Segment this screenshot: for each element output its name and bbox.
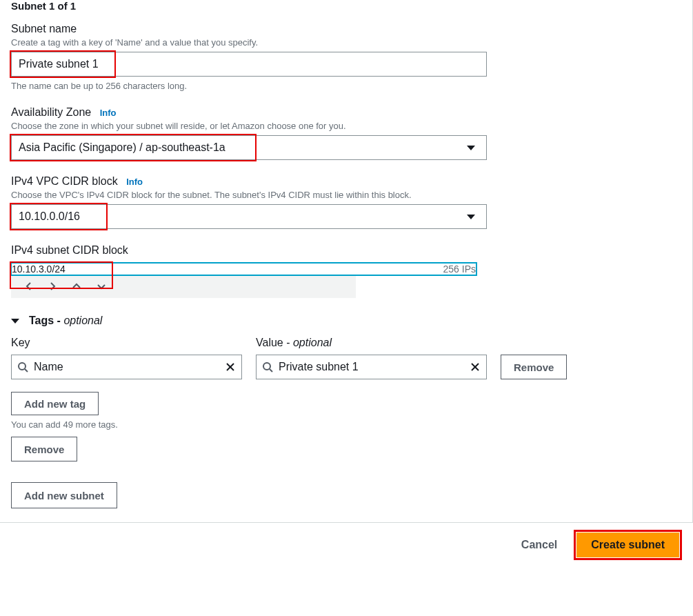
subnet-name-label: Subnet name: [11, 23, 679, 35]
tag-key-input[interactable]: [34, 361, 219, 373]
create-subnet-button[interactable]: Create subnet: [576, 533, 679, 557]
search-icon: [17, 361, 28, 372]
subnet-name-desc: Create a tag with a key of 'Name' and a …: [11, 37, 679, 48]
subnet-name-input[interactable]: [11, 52, 487, 77]
subnet-name-below: The name can be up to 256 characters lon…: [11, 81, 679, 91]
tags-title: Tags - optional: [29, 315, 102, 327]
cancel-button[interactable]: Cancel: [512, 535, 567, 555]
subnet-cidr-input[interactable]: 10.10.3.0/24 256 IPs: [11, 263, 476, 275]
cidr-stepper-row: [11, 275, 356, 298]
chevron-down-icon[interactable]: [97, 282, 106, 290]
chevron-up-icon[interactable]: [72, 282, 81, 290]
footer-bar: Cancel Create subnet: [0, 522, 693, 567]
subnet-cidr-label: IPv4 subnet CIDR block: [11, 244, 679, 257]
svg-point-4: [263, 363, 270, 370]
tag-value-input-wrap[interactable]: [256, 355, 487, 379]
svg-line-1: [25, 369, 28, 372]
tag-key-label: Key: [11, 337, 242, 349]
svg-line-5: [270, 369, 272, 372]
tag-key-input-wrap[interactable]: [11, 355, 242, 379]
tags-toggle[interactable]: Tags - optional: [11, 315, 679, 327]
search-icon: [262, 361, 273, 372]
chevron-down-icon: [467, 146, 475, 150]
tag-limit-text: You can add 49 more tags.: [11, 419, 679, 430]
subnet-cidr-ipcount: 256 IPs: [443, 264, 476, 275]
add-new-subnet-button[interactable]: Add new subnet: [11, 482, 117, 508]
chevron-down-icon: [467, 215, 475, 219]
az-info-link[interactable]: Info: [100, 108, 117, 118]
tag-value-input[interactable]: [279, 361, 464, 373]
az-desc: Choose the zone in which your subnet wil…: [11, 121, 679, 131]
vpc-cidr-label: IPv4 VPC CIDR block Info: [11, 175, 679, 188]
remove-tag-button[interactable]: Remove: [501, 355, 567, 379]
az-select-value: Asia Pacific (Singapore) / ap-southeast-…: [19, 141, 225, 154]
clear-icon[interactable]: [470, 361, 481, 372]
subnet-cidr-value: 10.10.3.0/24: [12, 264, 66, 275]
clear-icon[interactable]: [225, 361, 236, 372]
vpc-cidr-value: 10.10.0.0/16: [19, 210, 80, 223]
vpc-cidr-info-link[interactable]: Info: [126, 177, 143, 187]
vpc-cidr-desc: Choose the VPC's IPv4 CIDR block for the…: [11, 190, 679, 200]
subnet-counter-title: Subnet 1 of 1: [11, 0, 679, 12]
caret-down-icon: [11, 319, 19, 324]
remove-subnet-button[interactable]: Remove: [11, 437, 77, 461]
tag-value-label: Value - optional: [256, 337, 487, 349]
svg-point-0: [19, 363, 26, 370]
chevron-right-icon[interactable]: [48, 281, 57, 291]
chevron-left-icon[interactable]: [25, 281, 33, 291]
vpc-cidr-select[interactable]: 10.10.0.0/16: [11, 204, 487, 229]
az-label: Availability Zone Info: [11, 106, 679, 119]
add-new-tag-button[interactable]: Add new tag: [11, 392, 99, 415]
az-select[interactable]: Asia Pacific (Singapore) / ap-southeast-…: [11, 135, 487, 160]
